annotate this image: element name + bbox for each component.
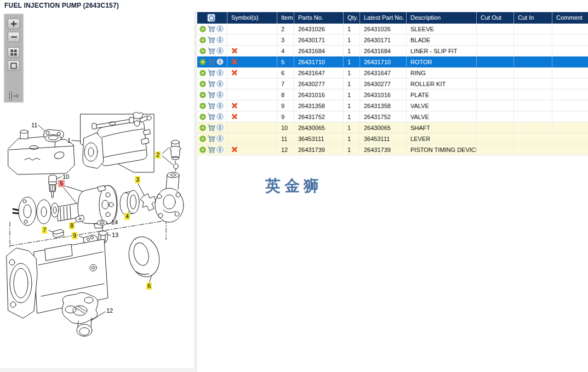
cart-icon[interactable] [207, 47, 215, 54]
description-cell: LEVER [407, 133, 477, 144]
cart-icon[interactable] [207, 113, 215, 120]
cart-icon[interactable] [207, 36, 215, 43]
item-cell: 4 [277, 46, 294, 57]
description-cell: PLATE [407, 89, 477, 100]
info-icon[interactable] [216, 36, 224, 43]
info-icon[interactable] [216, 146, 224, 153]
cart-icon[interactable] [207, 25, 215, 32]
symbol-cell [227, 144, 277, 155]
cart-icon[interactable] [207, 80, 215, 87]
info-icon[interactable] [216, 69, 224, 76]
header-item[interactable]: Item [277, 12, 294, 24]
gear-icon[interactable] [199, 26, 206, 32]
cart-icon[interactable] [207, 58, 215, 65]
diagram-callout-2[interactable]: 2 [155, 151, 161, 159]
cart-icon[interactable] [207, 69, 215, 76]
info-icon[interactable] [216, 102, 224, 109]
diagram-callout-9[interactable]: 9 [72, 232, 77, 239]
header-comment[interactable]: Comment [552, 12, 588, 24]
gear-icon[interactable] [199, 48, 206, 54]
info-icon[interactable] [216, 124, 224, 131]
cart-icon[interactable] [207, 91, 215, 98]
diagram-callout-1[interactable]: 1 [67, 137, 71, 144]
diagram-callout-8[interactable]: 8 [69, 222, 75, 229]
row-actions-cell [197, 24, 227, 35]
row-actions-cell [197, 46, 227, 57]
table-row[interactable]: 3 26430171 1 26430171 BLADE [197, 35, 588, 46]
qty-cell: 1 [344, 67, 360, 78]
diagram-callout-12[interactable]: 12 [106, 307, 113, 314]
latest-part-no-cell: 26430277 [360, 78, 407, 89]
table-row[interactable]: 6 26431647 1 26431647 RING [197, 67, 588, 78]
gear-icon[interactable] [199, 70, 206, 76]
table-row[interactable]: 2 26431026 1 26431026 SLEEVE [197, 24, 588, 35]
info-icon[interactable] [216, 47, 224, 54]
zoom-out-button[interactable] [8, 32, 20, 42]
comment-cell [552, 111, 588, 122]
parts-no-cell: 26430277 [294, 78, 344, 89]
info-icon[interactable] [216, 113, 224, 120]
table-row[interactable]: 5 26431710 1 26431710 ROTOR [197, 57, 588, 67]
table-row[interactable]: 4 26431684 1 26431684 LINER - SLIP FIT [197, 46, 588, 57]
gear-icon[interactable] [199, 59, 206, 65]
cart-icon[interactable] [207, 124, 215, 131]
header-cut-in[interactable]: Cut In [514, 12, 552, 24]
diagram-callout-11[interactable]: 11 [31, 122, 38, 129]
cut-out-cell [477, 67, 514, 78]
header-description[interactable]: Description [407, 12, 477, 24]
diagram-callout-6[interactable]: 6 [146, 283, 152, 290]
table-row[interactable]: 7 26430277 1 26430277 ROLLER KIT [197, 78, 588, 89]
info-icon[interactable] [216, 58, 224, 65]
header-qty[interactable]: Qty. [344, 12, 360, 24]
info-icon[interactable] [216, 91, 224, 98]
cut-out-cell [477, 133, 514, 144]
info-icon[interactable] [216, 25, 224, 32]
cart-icon[interactable] [207, 135, 215, 142]
diagram-callout-4[interactable]: 4 [124, 213, 130, 220]
gear-icon[interactable] [199, 136, 206, 142]
gear-icon[interactable] [199, 92, 206, 98]
cut-in-cell [514, 111, 552, 122]
diagram-callout-13[interactable]: 13 [111, 232, 119, 239]
gear-icon[interactable] [199, 125, 206, 131]
single-view-button[interactable] [8, 60, 20, 71]
latest-part-no-cell: 26431358 [360, 100, 407, 111]
qty-cell: 1 [344, 144, 360, 155]
gear-icon[interactable] [199, 37, 206, 43]
square-icon [10, 62, 18, 70]
header-cut-out[interactable]: Cut Out [477, 12, 514, 24]
header-parts-no[interactable]: Parts No. [294, 12, 344, 24]
tile-view-button[interactable] [8, 47, 20, 58]
cart-icon[interactable] [207, 146, 215, 153]
gear-icon[interactable] [199, 114, 206, 120]
description-cell: ROLLER KIT [407, 78, 477, 89]
info-icon[interactable] [216, 135, 224, 142]
header-zoom-document[interactable] [197, 12, 227, 24]
gear-icon[interactable] [199, 103, 206, 109]
diagram-callout-7[interactable]: 7 [42, 227, 47, 234]
latest-part-no-cell: 26431016 [360, 89, 407, 100]
gear-icon[interactable] [199, 81, 206, 87]
table-row[interactable]: 8 26431016 1 26431016 PLATE [197, 89, 588, 100]
horizontal-scrollbar[interactable] [0, 368, 194, 372]
comment-cell [552, 100, 588, 111]
table-row[interactable]: 12 26431739 1 26431739 PISTON TIMING DEV… [197, 144, 588, 155]
table-row[interactable]: 9 26431358 1 26431358 VALVE [197, 100, 588, 111]
table-row[interactable]: 10 26430065 1 26430065 SHAFT [197, 122, 588, 133]
table-row[interactable]: 9 26431752 1 26431752 VALVE [197, 111, 588, 122]
zoom-in-button[interactable] [8, 19, 20, 29]
table-row[interactable]: 11 36453111 1 36453111 LEVER [197, 133, 588, 144]
qty-cell: 1 [344, 89, 360, 100]
toggle-panel-button[interactable] [7, 90, 21, 102]
header-symbols[interactable]: Symbol(s) [227, 12, 277, 24]
header-latest-part-no[interactable]: Latest Part No. [360, 12, 407, 24]
parts-no-cell: 26431752 [294, 111, 344, 122]
diagram-callout-3[interactable]: 3 [135, 176, 140, 183]
cart-icon[interactable] [207, 102, 215, 109]
cut-out-cell [477, 111, 514, 122]
info-icon[interactable] [216, 80, 224, 87]
diagram-callout-14[interactable]: 14 [111, 219, 118, 226]
comment-cell [552, 46, 588, 57]
diagram-callout-5[interactable]: 5 [58, 180, 65, 187]
gear-icon[interactable] [199, 146, 206, 153]
